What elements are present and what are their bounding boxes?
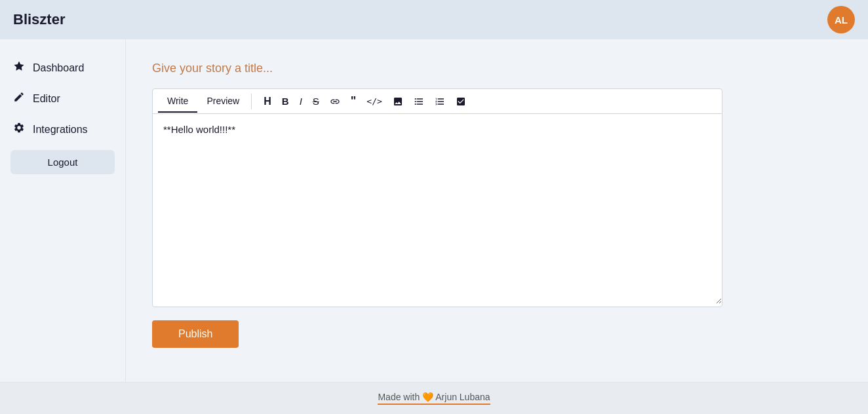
sidebar-label-dashboard: Dashboard xyxy=(33,62,84,74)
editor-textarea[interactable]: **Hello world!!!** xyxy=(153,114,722,304)
footer-text: Made with 🧡 Arjun Lubana xyxy=(378,392,490,405)
main-layout: Dashboard Editor Integrations Logout xyxy=(0,39,868,382)
star-icon xyxy=(13,60,25,75)
toolbar-code-button[interactable]: </> xyxy=(363,94,385,109)
logout-button[interactable]: Logout xyxy=(10,150,115,174)
toolbar-bold-button[interactable]: B xyxy=(278,93,293,109)
footer-made-with: Made with xyxy=(378,392,420,402)
toolbar-quote-button[interactable]: " xyxy=(347,92,361,111)
toolbar-buttons: H B I S " </> xyxy=(254,89,475,113)
toolbar-strikethrough-button[interactable]: S xyxy=(309,93,323,109)
tab-write[interactable]: Write xyxy=(158,90,197,113)
app-header: Bliszter AL xyxy=(0,0,868,39)
sidebar-item-dashboard[interactable]: Dashboard xyxy=(0,52,125,83)
main-content: Write Preview H B I S " </> xyxy=(126,39,868,382)
toolbar-image-button[interactable] xyxy=(389,94,407,109)
sidebar-label-editor: Editor xyxy=(33,93,60,105)
footer: Made with 🧡 Arjun Lubana xyxy=(0,382,868,414)
sidebar: Dashboard Editor Integrations Logout xyxy=(0,39,126,382)
avatar[interactable]: AL xyxy=(827,6,855,33)
toolbar-task-list-button[interactable] xyxy=(452,94,470,109)
gear-icon xyxy=(13,122,25,137)
toolbar-ordered-list-button[interactable] xyxy=(431,94,449,109)
tab-preview[interactable]: Preview xyxy=(197,90,248,113)
tab-divider xyxy=(251,94,252,109)
toolbar-link-button[interactable] xyxy=(326,94,344,109)
sidebar-item-editor[interactable]: Editor xyxy=(0,83,125,114)
publish-button[interactable]: Publish xyxy=(152,320,239,348)
toolbar-heading-button[interactable]: H xyxy=(260,93,275,110)
toolbar-unordered-list-button[interactable] xyxy=(410,94,428,109)
app-title: Bliszter xyxy=(13,11,65,28)
toolbar-italic-button[interactable]: I xyxy=(296,93,306,109)
sidebar-label-integrations: Integrations xyxy=(33,124,88,136)
sidebar-item-integrations[interactable]: Integrations xyxy=(0,114,125,145)
heart-icon: 🧡 xyxy=(422,392,433,402)
footer-author: Arjun Lubana xyxy=(435,392,490,402)
edit-icon xyxy=(13,91,25,106)
editor-container: Write Preview H B I S " </> xyxy=(152,88,722,307)
editor-tabs-toolbar: Write Preview H B I S " </> xyxy=(153,89,722,114)
story-title-input[interactable] xyxy=(152,59,842,78)
